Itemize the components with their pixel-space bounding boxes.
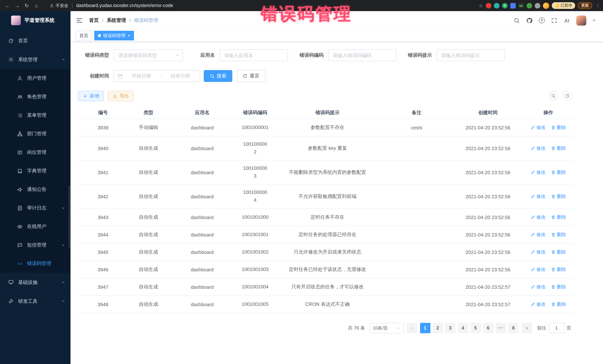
tab-首页[interactable]: 首页 (76, 31, 92, 40)
browser-back-icon[interactable]: ← (3, 1, 12, 10)
add-button[interactable]: 新增 (78, 91, 104, 101)
sidebar-item-dept[interactable]: 部门管理 (0, 124, 70, 143)
page-button-2[interactable]: 2 (432, 323, 443, 333)
sidebar-item-system[interactable]: 系统管理 (0, 50, 70, 69)
address-bar[interactable]: ⚠ 不安全 dashboard.yudao.iocoder.cn/system/… (50, 3, 474, 8)
browser-reload-icon[interactable]: ↻ (22, 1, 31, 10)
sidebar-item-online[interactable]: 在线用户 (0, 217, 70, 236)
page-button-8[interactable]: 8 (508, 323, 519, 333)
delete-link[interactable]: 删除 (551, 145, 566, 151)
not-secure-label[interactable]: 不安全 (56, 3, 69, 8)
sidebar-item-post[interactable]: 岗位管理 (0, 143, 70, 162)
delete-link[interactable]: 删除 (551, 193, 566, 200)
recorder-extension-icon[interactable] (486, 3, 491, 8)
tab-close-icon[interactable]: × (128, 33, 130, 38)
sidebar-item-role[interactable]: 角色管理 (0, 88, 70, 106)
export-button[interactable]: 导出 (108, 91, 134, 101)
delete-link[interactable]: 删除 (551, 169, 566, 176)
font-size-icon[interactable] (564, 17, 570, 23)
goto-page-input[interactable] (549, 323, 564, 333)
switch-on-extension-icon[interactable]: on (518, 3, 524, 8)
sidebar-item-menu[interactable]: 菜单管理 (0, 106, 70, 124)
delete-link[interactable]: 删除 (551, 301, 566, 308)
sidebar-item-infra[interactable]: 基础设施 (0, 273, 70, 292)
breadcrumb-item[interactable]: 系统管理 (107, 17, 126, 24)
sidebar-item-user[interactable]: 用户管理 (0, 69, 70, 88)
error-hint-input[interactable] (436, 49, 505, 61)
delete-link[interactable]: 删除 (551, 124, 566, 131)
sidebar-item-notice[interactable]: 通知公告 (0, 180, 70, 199)
delete-link[interactable]: 删除 (551, 249, 566, 255)
sidebar-item-label: 首页 (18, 37, 28, 44)
edit-link[interactable]: 修改 (531, 301, 546, 308)
delete-link[interactable]: 删除 (551, 214, 566, 220)
delete-link[interactable]: 删除 (551, 232, 566, 238)
refresh-table-button[interactable] (563, 92, 572, 100)
next-page-button[interactable] (522, 323, 532, 333)
reset-button[interactable]: 重置 (237, 70, 265, 82)
breadcrumb-item[interactable]: 首页 (89, 17, 99, 24)
grid-extension-icon[interactable] (510, 3, 516, 8)
breadcrumb-item[interactable]: 错误码管理 (134, 17, 158, 24)
app-name-field[interactable] (219, 49, 288, 61)
app-logo[interactable]: 芋道管理系统 (0, 11, 70, 30)
delete-link[interactable]: 删除 (551, 284, 566, 290)
search-button[interactable]: 搜索 (204, 70, 232, 82)
sidebar-item-audit[interactable]: 审计日志 (0, 199, 70, 217)
sidebar-item-errcode[interactable]: 错误码管理 (0, 254, 70, 273)
edit-link[interactable]: 修改 (531, 249, 546, 255)
avatar-caret-icon[interactable] (593, 20, 596, 21)
paused-badge[interactable]: 已暂停 (552, 2, 575, 9)
search-icon[interactable] (514, 17, 520, 23)
edit-link[interactable]: 修改 (531, 232, 546, 238)
github-icon[interactable] (526, 17, 533, 23)
sidebar-item-dict[interactable]: 字典管理 (0, 162, 70, 180)
prev-page-button[interactable] (406, 323, 417, 333)
error-type-select-input[interactable] (114, 49, 183, 61)
url-text[interactable]: dashboard.yudao.iocoder.cn/system/error-… (76, 3, 173, 8)
app-name-input[interactable] (219, 49, 288, 61)
toggle-search-button[interactable] (549, 92, 558, 100)
delete-link[interactable]: 删除 (551, 266, 566, 273)
edit-link[interactable]: 修改 (531, 169, 546, 176)
sidebar-item-label: 岗位管理 (27, 149, 46, 156)
page-button-6[interactable]: 6 (483, 323, 493, 333)
create-time-range-picker[interactable]: 开始日期 - 结束日期 (114, 70, 200, 82)
color-drop-extension-icon[interactable] (494, 3, 499, 8)
edit-link[interactable]: 修改 (531, 266, 546, 273)
hamburger-icon[interactable] (76, 17, 83, 24)
page-size-select[interactable]: 10条/页 (369, 323, 404, 333)
error-hint-field[interactable] (436, 49, 505, 61)
error-type-select[interactable] (114, 49, 183, 61)
edit-link[interactable]: 修改 (531, 124, 546, 131)
update-button[interactable]: 更新 (578, 2, 592, 9)
error-code-field[interactable] (328, 49, 397, 61)
vue-devtools-extension-icon[interactable]: V (502, 3, 508, 8)
bookmark-star-icon[interactable]: ☆ (479, 3, 483, 8)
page-button-3[interactable]: 3 (445, 323, 455, 333)
page-button-4[interactable]: 4 (458, 323, 468, 333)
browser-menu-icon[interactable]: ⋮ (596, 3, 600, 8)
page-button-1[interactable]: 1 (420, 323, 430, 333)
fullscreen-icon[interactable] (551, 17, 557, 23)
edit-link[interactable]: 修改 (531, 214, 546, 220)
error-code-input[interactable] (328, 49, 397, 61)
pagination-ellipsis[interactable]: ··· (496, 323, 506, 333)
help-icon[interactable]: ? (539, 17, 545, 23)
sidebar-item-devtool[interactable]: 研发工具 (0, 292, 70, 311)
header-actions: ? (514, 15, 596, 25)
browser-home-icon[interactable]: ⌂ (32, 1, 41, 10)
edit-link[interactable]: 修改 (531, 193, 546, 200)
page-button-5[interactable]: 5 (470, 323, 481, 333)
sidebar-item-sms[interactable]: 短信管理 (0, 236, 70, 254)
puzzle-extension-icon[interactable] (534, 3, 540, 8)
user-avatar[interactable] (576, 15, 586, 25)
cell-type: 自动生成 (128, 167, 169, 177)
sidebar-item-home[interactable]: 首页 (0, 31, 70, 50)
browser-forward-icon[interactable]: → (13, 1, 22, 10)
edit-link[interactable]: 修改 (531, 145, 546, 151)
paw-extension-icon[interactable] (526, 3, 532, 8)
edit-link[interactable]: 修改 (531, 284, 546, 290)
browser-profile-avatar[interactable] (543, 2, 549, 9)
tab-错误码管理[interactable]: 错误码管理× (94, 31, 134, 40)
